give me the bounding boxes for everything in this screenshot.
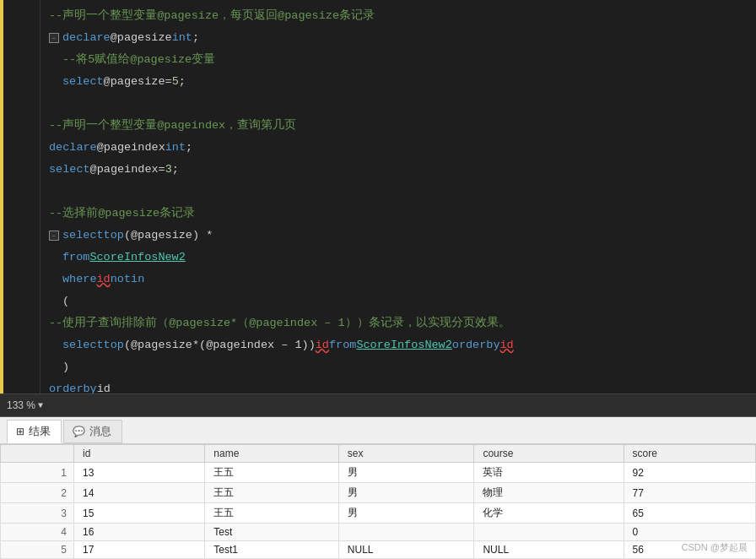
code-line-10: --选择前@pagesize条记录 [49,203,748,225]
kw-id-red: id [97,269,111,290]
kw-num2: 3 [165,159,172,181]
table-row: 214王五男物理77 [1,483,756,503]
kw-where: where [62,269,97,290]
comment-text3: --选择前@pagesize条记录 [49,203,195,225]
code-line-17: ) [49,356,748,378]
kw-id-plain: id [97,378,111,393]
code-line-12: from ScoreInfosNew2 [49,247,748,269]
col-header-row-num [1,445,74,463]
row-num-cell: 3 [1,503,74,524]
code-line-15: --使用子查询排除前（@pagesize*（@pageindex – 1））条记… [49,312,748,334]
collapse-icon[interactable]: − [49,33,59,43]
results-table: id name sex course score 113王五男英语92214王五… [0,444,756,559]
col-header-id: id [73,445,204,463]
kw-table2: ScoreInfosNew2 [356,334,451,356]
tab-messages[interactable]: 💬 消息 [63,420,122,443]
code-line-13: where id not in [49,269,748,290]
table-row: 416Test0 [1,524,756,541]
kw-not: not [111,269,131,290]
row-num-cell: 4 [1,524,74,541]
kw-semi2: ; [186,137,192,159]
code-line-16: select top (@pagesize*(@pageindex – 1)) … [49,334,748,356]
kw-text6: (@pagesize*(@pageindex – 1)) [124,334,316,356]
kw-id-red3: id [500,334,514,356]
data-cell: 77 [624,483,755,503]
data-cell [474,524,624,541]
app-container: --声明一个整型变量@pagesize，每页返回@pagesize条记录 − d… [0,0,756,559]
kw-num: 5 [172,71,179,93]
data-cell: 16 [73,524,204,541]
comment-text: --声明一个整型变量@pageindex，查询第几页 [49,115,296,137]
tabs-bar: ⊞ 结果 💬 消息 [0,417,756,444]
data-cell: Test1 [205,541,339,559]
kw-select: select [62,71,104,93]
kw-from: from [62,247,89,269]
kw-semi: ; [192,27,199,49]
table-row: 517Test1NULLNULL56 [1,541,756,559]
messages-tab-label: 消息 [89,424,111,439]
data-cell: 14 [73,483,204,503]
code-line-9 [49,181,748,203]
data-cell: NULL [338,541,474,559]
data-cell: 王五 [205,503,339,524]
kw-space: @pagesize [111,27,172,49]
comment-text4: --使用子查询排除前（@pagesize*（@pageindex – 1））条记… [49,312,510,334]
code-line-2: − declare @pagesize int ; [49,27,748,49]
row-num-cell: 1 [1,463,74,483]
code-line-3: --将5赋值给@pagesize变量 [49,49,748,71]
data-cell: 王五 [205,463,339,483]
data-cell: 男 [338,463,474,483]
kw-text2: @pageindex [97,137,165,159]
data-cell: 化学 [474,503,624,524]
kw-select3: select [62,225,104,247]
data-cell: 92 [624,463,755,483]
kw-declare2: declare [49,137,97,159]
row-num-cell: 2 [1,483,74,503]
code-line-6: --声明一个整型变量@pageindex，查询第几页 [49,115,748,137]
data-cell: 0 [624,524,755,541]
code-line-1: --声明一个整型变量@pagesize，每页返回@pagesize条记录 [49,5,748,27]
row-num-cell: 5 [1,541,74,559]
kw-open-paren: ( [62,290,69,312]
kw-text: @pagesize= [104,71,172,93]
data-cell: 17 [73,541,204,559]
line-gutter [3,0,40,393]
tab-results[interactable]: ⊞ 结果 [7,420,62,443]
comment-text: --声明一个整型变量@pagesize，每页返回@pagesize条记录 [49,5,375,27]
kw-select4: select [62,334,104,356]
code-line-4: select @pagesize= 5 ; [49,71,748,93]
data-cell: 65 [624,503,755,524]
data-cell: 13 [73,463,204,483]
data-cell: 男 [338,503,474,524]
table-header-row: id name sex course score [1,445,756,463]
data-cell: 15 [73,503,204,524]
code-line-18: order by id [49,378,748,393]
code-line-11: − select top (@pagesize) * [49,225,748,247]
comment-text: --将5赋值给@pagesize变量 [62,49,215,71]
kw-from2: from [329,334,356,356]
collapse-icon-2[interactable]: − [49,231,59,241]
code-line-8: select @pageindex= 3 ; [49,159,748,181]
kw-top2: top [104,334,124,356]
toolbar: 133 % ▼ [0,393,756,417]
results-tab-label: 结果 [29,424,51,439]
zoom-level: 133 % [7,399,35,411]
code-line-5 [49,93,748,115]
data-cell: 男 [338,483,474,503]
kw-order2: order [49,378,84,393]
table-row: 113王五男英语92 [1,463,756,483]
data-cell: 王五 [205,483,339,503]
results-area: id name sex course score 113王五男英语92214王五… [0,444,756,559]
results-tab-icon: ⊞ [16,426,24,437]
kw-in: in [131,269,144,290]
data-cell: NULL [474,541,624,559]
kw-by2: by [84,378,97,393]
messages-tab-icon: 💬 [73,426,85,437]
bottom-panel: ⊞ 结果 💬 消息 id name sex course score [0,417,756,559]
code-lines: --声明一个整型变量@pagesize，每页返回@pagesize条记录 − d… [40,0,756,393]
kw-id-red2: id [316,334,329,356]
zoom-dropdown-icon[interactable]: ▼ [38,401,43,410]
kw-text4: (@pagesize) * [124,225,213,247]
code-line-7: declare @pageindex int ; [49,137,748,159]
attribution: CSDN @梦起晨 [682,541,748,554]
